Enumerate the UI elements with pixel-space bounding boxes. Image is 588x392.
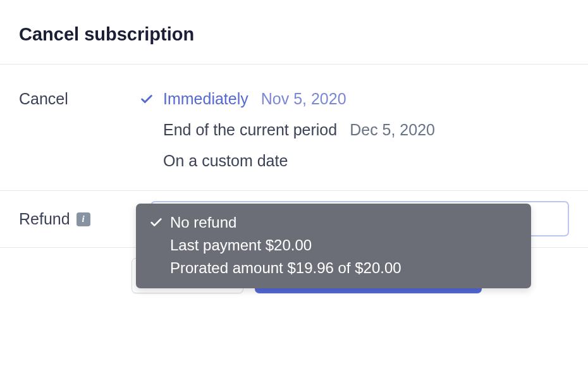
dialog-title: Cancel subscription [19, 24, 569, 45]
cancel-label: Cancel [19, 90, 68, 108]
option-label: Immediately [163, 90, 248, 108]
refund-section: Refund i No refund Last payment $20.00 [0, 191, 588, 247]
refund-option-prorated[interactable]: Prorated amount $19.96 of $20.00 [149, 257, 518, 279]
cancel-section: Cancel Immediately Nov 5, 2020 End of th… [0, 64, 588, 190]
dropdown-item-label: Prorated amount $19.96 of $20.00 [170, 259, 401, 277]
option-date: Dec 5, 2020 [350, 121, 435, 139]
refund-label: Refund [19, 210, 70, 228]
dropdown-item-label: No refund [170, 214, 236, 231]
dropdown-item-label: Last payment $20.00 [170, 236, 312, 254]
option-date: Nov 5, 2020 [261, 90, 346, 108]
cancel-option-immediately[interactable]: Immediately Nov 5, 2020 [139, 90, 435, 108]
cancel-option-end-of-period[interactable]: End of the current period Dec 5, 2020 [139, 121, 435, 139]
refund-option-last-payment[interactable]: Last payment $20.00 [149, 234, 518, 257]
refund-dropdown-popup: No refund Last payment $20.00 Prorated a… [136, 204, 531, 288]
refund-option-no-refund[interactable]: No refund [149, 211, 518, 234]
check-icon [139, 92, 154, 106]
info-icon[interactable]: i [77, 212, 90, 226]
cancel-option-custom-date[interactable]: On a custom date [139, 152, 435, 170]
option-label: End of the current period [163, 121, 337, 139]
check-icon [149, 216, 164, 230]
option-label: On a custom date [163, 152, 288, 170]
